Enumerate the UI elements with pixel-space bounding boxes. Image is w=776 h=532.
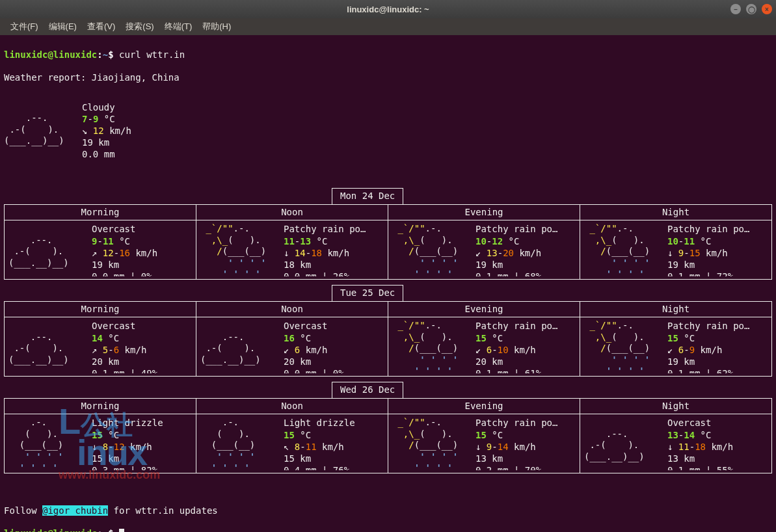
visibility: 20 km bbox=[284, 356, 384, 367]
precipitation: 0.1 mm | 49% bbox=[92, 367, 192, 373]
condition: Light drizzle bbox=[92, 417, 192, 429]
period-header: Noon bbox=[196, 399, 388, 415]
date-header: Mon 24 Dec bbox=[332, 188, 403, 205]
current-wind: ↘ 12 km/h bbox=[82, 125, 772, 137]
rain-icon: _`/"".-. ,\_( ). /(___(__) ' ' ' ' ' ' '… bbox=[584, 223, 662, 276]
wind: ↓ 11-18 km/h bbox=[667, 441, 768, 453]
temperature: 14 °C bbox=[92, 332, 192, 344]
period-morning: Morning .--. .-( ). (___.__)__) Overcast… bbox=[5, 302, 196, 377]
temperature: 16 °C bbox=[284, 332, 384, 344]
wind: ↙ 6-10 km/h bbox=[475, 344, 576, 356]
current-precip: 0.0 mm bbox=[82, 148, 772, 160]
precipitation: 0.1 mm | 62% bbox=[667, 367, 768, 373]
period-header: Noon bbox=[196, 205, 388, 221]
minimize-button[interactable]: – bbox=[730, 4, 741, 14]
period-header: Night bbox=[580, 205, 771, 221]
visibility: 19 km bbox=[667, 356, 768, 367]
prompt-line-2: linuxidc@linuxidc:~$ bbox=[4, 528, 772, 532]
cloud-icon: .--. .-( ). (___.__)__) bbox=[4, 101, 82, 161]
condition: Patchy rain po… bbox=[475, 417, 576, 429]
period-night: Night _`/"".-. ,\_( ). /(___(__) ' ' ' '… bbox=[580, 302, 771, 377]
window-titlebar: linuxidc@linuxidc: ~ – ◯ × bbox=[0, 0, 776, 18]
wind: ↙ 13-20 km/h bbox=[475, 247, 576, 259]
wind: ↗ 12-16 km/h bbox=[92, 247, 192, 259]
precipitation: 0.1 mm | 72% bbox=[667, 271, 768, 276]
overcast-icon: .--. .-( ). (___.__)__) bbox=[584, 417, 662, 470]
date-header: Tue 25 Dec bbox=[332, 285, 403, 302]
period-noon: Noon .-. ( ). (___(__) ' ' ' ' ' ' ' ' L… bbox=[196, 399, 388, 473]
twitter-handle: @igor_chubin bbox=[42, 505, 108, 516]
menu-help[interactable]: 帮助(H) bbox=[198, 20, 235, 34]
maximize-button[interactable]: ◯ bbox=[746, 4, 756, 14]
condition: Patchy rain po… bbox=[475, 320, 576, 332]
terminal-area[interactable]: linuxidc@linuxidc:~$ curl wttr.in Weathe… bbox=[0, 35, 776, 532]
wind: ↓ 9-14 km/h bbox=[475, 441, 576, 453]
menu-edit[interactable]: 编辑(E) bbox=[45, 20, 81, 34]
period-header: Morning bbox=[5, 302, 196, 318]
condition: Patchy rain po… bbox=[667, 223, 768, 235]
period-header: Night bbox=[580, 399, 771, 415]
visibility: 19 km bbox=[667, 259, 768, 271]
temperature: 10-11 °C bbox=[667, 235, 768, 247]
day-grid: Morning .--. .-( ). (___.__)__) Overcast… bbox=[4, 301, 772, 377]
period-noon: Noon _`/"".-. ,\_( ). /(___(__) ' ' ' ' … bbox=[196, 205, 388, 280]
temperature: 15 °C bbox=[284, 429, 384, 441]
visibility: 15 km bbox=[284, 453, 384, 464]
precipitation: 0.0 mm | 0% bbox=[92, 271, 192, 276]
visibility: 20 km bbox=[475, 356, 576, 367]
visibility: 13 km bbox=[667, 453, 768, 464]
wind: ↖ 8-11 km/h bbox=[284, 441, 384, 453]
period-header: Morning bbox=[5, 399, 196, 415]
command-text: curl wttr.in bbox=[119, 49, 185, 60]
precipitation: 0.1 mm | 55% bbox=[667, 464, 768, 470]
drizzle-icon: .-. ( ). (___(__) ' ' ' ' ' ' ' ' bbox=[200, 417, 278, 470]
temperature: 15 °C bbox=[667, 332, 768, 344]
current-condition: Cloudy bbox=[82, 101, 772, 113]
temperature: 15 °C bbox=[475, 332, 576, 344]
condition: Light drizzle bbox=[284, 417, 384, 429]
visibility: 13 km bbox=[475, 453, 576, 464]
rain-icon: _`/"".-. ,\_( ). /(___(__) ' ' ' ' ' ' '… bbox=[392, 320, 470, 373]
rain-icon: _`/"".-. ,\_( ). /(___(__) ' ' ' ' ' ' '… bbox=[584, 320, 662, 373]
menu-file[interactable]: 文件(F) bbox=[7, 20, 42, 34]
overcast-icon: .--. .-( ). (___.__)__) bbox=[8, 320, 87, 373]
wind: ↙ 6-9 km/h bbox=[667, 344, 768, 356]
visibility: 20 km bbox=[92, 356, 192, 367]
visibility: 19 km bbox=[92, 259, 192, 271]
condition: Overcast bbox=[284, 320, 384, 332]
visibility: 15 km bbox=[92, 453, 192, 464]
cursor bbox=[119, 529, 124, 532]
wind: ↓ 8-12 km/h bbox=[92, 441, 192, 453]
window-controls: – ◯ × bbox=[730, 4, 772, 14]
drizzle-icon: .-. ( ). (___(__) ' ' ' ' ' ' ' ' bbox=[8, 417, 87, 470]
wind: ↓ 9-15 km/h bbox=[667, 247, 768, 259]
temperature: 15 °C bbox=[92, 429, 192, 441]
date-header: Wed 26 Dec bbox=[332, 382, 403, 399]
period-noon: Noon .--. .-( ). (___.__)__) Overcast 16… bbox=[196, 302, 388, 377]
condition: Overcast bbox=[667, 417, 768, 429]
precipitation: 0.4 mm | 76% bbox=[284, 464, 384, 470]
overcast-icon: .--. .-( ). (___.__)__) bbox=[200, 320, 278, 373]
period-night: Night .--. .-( ). (___.__)__) Overcast 1… bbox=[580, 399, 771, 473]
menu-view[interactable]: 查看(V) bbox=[83, 20, 119, 34]
wind: ↙ 6 km/h bbox=[284, 344, 384, 356]
period-header: Noon bbox=[196, 302, 388, 318]
forecast-day: Mon 24 DecMorning .--. .-( ). (___.__)__… bbox=[4, 188, 772, 280]
period-header: Evening bbox=[388, 205, 580, 221]
condition: Patchy rain po… bbox=[667, 320, 768, 332]
wind: ↗ 5-6 km/h bbox=[92, 344, 192, 356]
day-grid: Morning .-. ( ). (___(__) ' ' ' ' ' ' ' … bbox=[4, 398, 772, 474]
condition: Patchy rain po… bbox=[284, 223, 384, 235]
period-header: Morning bbox=[5, 205, 196, 221]
period-header: Evening bbox=[388, 302, 580, 318]
menu-bar: 文件(F) 编辑(E) 查看(V) 搜索(S) 终端(T) 帮助(H) bbox=[0, 18, 776, 35]
period-header: Evening bbox=[388, 399, 580, 415]
prompt-path: ~ bbox=[103, 49, 108, 60]
close-button[interactable]: × bbox=[762, 4, 772, 14]
precipitation: 0.1 mm | 68% bbox=[475, 271, 576, 276]
condition: Overcast bbox=[92, 320, 192, 332]
period-header: Night bbox=[580, 302, 771, 318]
menu-search[interactable]: 搜索(S) bbox=[122, 20, 157, 34]
menu-terminal[interactable]: 终端(T) bbox=[161, 20, 196, 34]
current-weather: .--. .-( ). (___.__)__) Cloudy 7-9 °C ↘ … bbox=[4, 101, 772, 161]
